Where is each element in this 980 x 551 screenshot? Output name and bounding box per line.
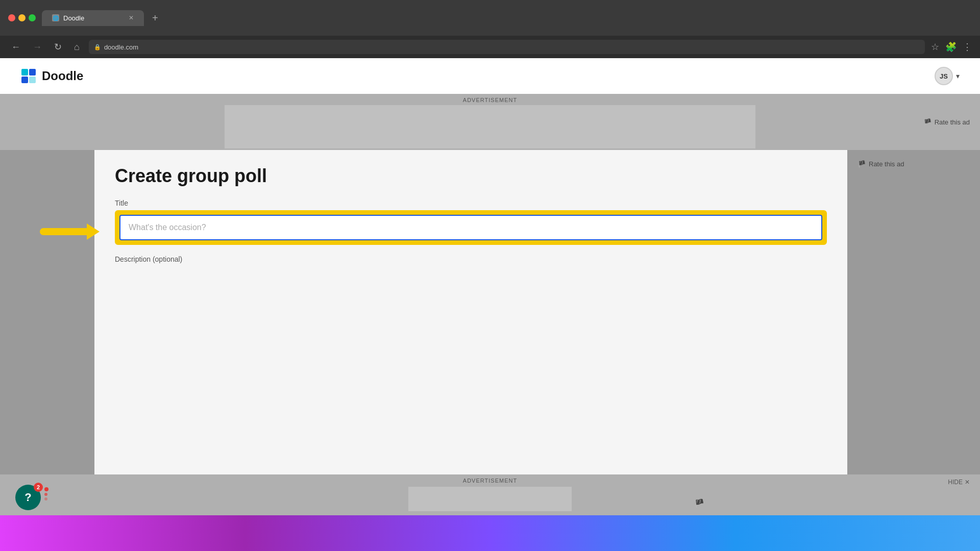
- arrow-annotation: [38, 216, 100, 249]
- bottom-ad-content: [408, 487, 572, 511]
- help-icon: ?: [24, 491, 31, 504]
- top-ad-content: [225, 105, 755, 148]
- user-avatar: JS: [935, 67, 953, 85]
- page: Doodle JS ▾ ADVERTISEMENT 🏴 Rate this ad: [0, 58, 980, 551]
- bottom-ad-flag-icon[interactable]: 🏴: [694, 498, 704, 508]
- traffic-light-yellow[interactable]: [18, 14, 26, 21]
- browser-tab-active[interactable]: 🌐 Doodle ✕: [42, 10, 144, 26]
- traffic-lights: [8, 14, 36, 21]
- traffic-light-green[interactable]: [29, 14, 36, 21]
- traffic-light-red[interactable]: [8, 14, 15, 21]
- address-lock-icon: 🔒: [94, 44, 101, 51]
- logo-text: Doodle: [42, 69, 83, 83]
- rate-ad-right-label: Rate this ad: [869, 160, 904, 168]
- title-input[interactable]: [119, 215, 822, 240]
- nav-refresh-button[interactable]: ↻: [51, 39, 65, 55]
- content-layout: Create group poll Title Description (opt…: [0, 150, 980, 515]
- main-content: Create group poll Title Description (opt…: [94, 150, 847, 515]
- logo: Doodle: [20, 68, 83, 84]
- rate-ad-top-label: Rate this ad: [935, 118, 970, 126]
- title-field-label: Title: [115, 199, 827, 207]
- hide-label: HIDE: [948, 479, 963, 486]
- hide-x-icon: ✕: [965, 479, 970, 486]
- help-dot-3: [44, 497, 47, 500]
- address-bar-row: ← → ↻ ⌂ 🔒 doodle.com ☆ 🧩 ⋮: [0, 36, 980, 58]
- title-field-section: Title: [115, 199, 827, 245]
- address-text: doodle.com: [104, 43, 138, 51]
- menu-icon[interactable]: ⋮: [963, 41, 972, 53]
- tab-favicon: 🌐: [52, 14, 59, 21]
- description-label: Description (optional): [115, 255, 827, 263]
- right-sidebar: 🏴 Rate this ad: [847, 150, 980, 515]
- extensions-icon[interactable]: 🧩: [945, 41, 957, 53]
- toolbar-icons: ☆ 🧩 ⋮: [931, 41, 972, 53]
- gradient-footer: [0, 515, 980, 551]
- svg-rect-0: [21, 69, 28, 76]
- title-input-highlight: [115, 210, 827, 245]
- flag-icon-top: 🏴: [923, 118, 932, 126]
- notification-badge: 2: [34, 483, 43, 492]
- help-dot-2: [44, 493, 47, 496]
- logo-icon: [20, 68, 37, 84]
- user-avatar-dropdown[interactable]: JS ▾: [935, 67, 960, 85]
- svg-rect-1: [29, 69, 36, 76]
- help-dots: [44, 487, 48, 500]
- help-widget: ? 2: [15, 485, 41, 510]
- tab-close-icon: ✕: [129, 14, 134, 21]
- browser-chrome: 🌐 Doodle ✕ +: [0, 0, 980, 36]
- hide-button[interactable]: HIDE ✕: [948, 479, 970, 486]
- left-sidebar: [0, 150, 94, 515]
- star-icon[interactable]: ☆: [931, 41, 939, 53]
- address-bar[interactable]: 🔒 doodle.com: [89, 40, 925, 54]
- svg-marker-4: [87, 223, 100, 240]
- rate-ad-top[interactable]: 🏴 Rate this ad: [923, 118, 980, 126]
- rate-ad-right[interactable]: 🏴 Rate this ad: [857, 160, 904, 168]
- tab-bar: 🌐 Doodle ✕ +: [42, 10, 972, 26]
- top-ad-banner: ADVERTISEMENT 🏴 Rate this ad: [0, 94, 980, 150]
- top-ad-label: ADVERTISEMENT: [463, 97, 517, 103]
- nav-back-button[interactable]: ←: [8, 40, 23, 55]
- nav-forward-button[interactable]: →: [30, 40, 45, 55]
- help-dot-1: [44, 487, 48, 491]
- page-title: Create group poll: [115, 165, 827, 187]
- tab-title: Doodle: [63, 14, 84, 22]
- nav-home-button[interactable]: ⌂: [71, 40, 83, 55]
- flag-icon-right: 🏴: [857, 160, 866, 168]
- svg-rect-2: [21, 77, 28, 83]
- bottom-ad-label: ADVERTISEMENT: [463, 478, 517, 484]
- site-header: Doodle JS ▾: [0, 58, 980, 94]
- bottom-ad-section: ADVERTISEMENT 🏴 HIDE ✕: [0, 474, 980, 515]
- help-button[interactable]: ? 2: [15, 485, 41, 510]
- svg-rect-3: [29, 77, 36, 83]
- new-tab-button[interactable]: +: [148, 10, 162, 26]
- chevron-down-icon: ▾: [956, 72, 960, 80]
